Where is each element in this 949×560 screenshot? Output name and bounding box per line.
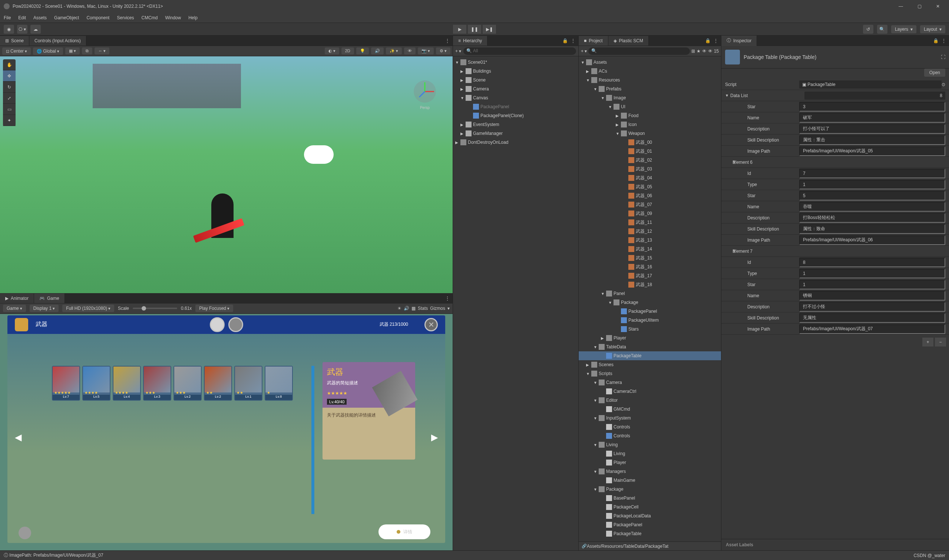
project-item[interactable]: ▼Package	[579, 298, 721, 307]
game-view[interactable]: 武器 武器 213/1000 ✕ ★★★★★Lv.7★★★★Lv.5★★★★Lv…	[0, 314, 453, 551]
expand-arrow-icon[interactable]: ▼	[586, 78, 591, 82]
list-size-field[interactable]: 8	[804, 92, 945, 100]
property-field[interactable]	[799, 269, 945, 278]
create-dropdown[interactable]: + ▾	[455, 49, 461, 54]
hierarchy-lock-icon[interactable]: 🔒	[562, 38, 568, 43]
project-item[interactable]: CameraCtrl	[579, 387, 721, 396]
lighting-icon[interactable]: 💡	[356, 48, 369, 54]
hierarchy-item[interactable]: ▶Camera	[453, 85, 578, 93]
project-item[interactable]: Controls	[579, 431, 721, 440]
project-item[interactable]: ▼Prefabs	[579, 85, 721, 93]
project-item[interactable]: BasePanel	[579, 494, 721, 503]
project-item[interactable]: 武器_14	[579, 245, 721, 254]
project-item[interactable]: ▼TableData	[579, 342, 721, 351]
tab-options-icon[interactable]: ⋮	[442, 38, 453, 43]
foldout-arrow-icon[interactable]: ▼	[725, 93, 730, 97]
expand-arrow-icon[interactable]: ▼	[601, 292, 606, 296]
hand-tool[interactable]: ✋	[3, 59, 15, 71]
project-create-dropdown[interactable]: + ▾	[581, 49, 587, 54]
property-field[interactable]	[799, 291, 945, 301]
hierarchy-item[interactable]: ▶GameManager	[453, 129, 578, 138]
project-item[interactable]: PackageUIItem	[579, 316, 721, 325]
account-icon[interactable]: ◉	[4, 25, 14, 34]
maximize-button[interactable]: ▢	[916, 3, 923, 10]
persp-label[interactable]: Persp	[412, 106, 438, 110]
scene-tab[interactable]: ⊞ Scene	[0, 36, 29, 46]
expand-arrow-icon[interactable]: ▶	[460, 87, 466, 91]
open-asset-button[interactable]: Open	[924, 69, 945, 77]
bag-icon[interactable]	[15, 318, 28, 331]
project-item[interactable]: ▼Managers	[579, 467, 721, 476]
project-tab[interactable]: ■ Project	[579, 36, 608, 46]
rotate-tool[interactable]: ↻	[3, 82, 15, 93]
project-search[interactable]: 🔍	[588, 48, 690, 55]
expand-arrow-icon[interactable]: ▶	[460, 69, 466, 73]
menu-component[interactable]: Component	[86, 15, 109, 20]
object-picker-icon[interactable]: ⊙	[941, 82, 945, 87]
project-item[interactable]: ▼Panel	[579, 289, 721, 298]
menu-gameobject[interactable]: GameObject	[54, 15, 79, 20]
project-lock-icon[interactable]: 🔒	[705, 38, 711, 43]
project-item[interactable]: 武器_03	[579, 165, 721, 174]
project-item[interactable]: ▼Scripts	[579, 369, 721, 378]
orientation-gizmo[interactable]: Persp	[412, 78, 438, 105]
project-item[interactable]: Stars	[579, 325, 721, 334]
inspector-expand-icon[interactable]: ⛶	[941, 54, 945, 60]
grid-icon[interactable]: ▦ ▾	[65, 48, 80, 54]
property-field[interactable]	[799, 146, 945, 156]
project-item[interactable]: 武器_18	[579, 280, 721, 289]
expand-arrow-icon[interactable]: ▼	[460, 96, 466, 100]
expand-arrow-icon[interactable]: ▼	[594, 488, 599, 491]
project-item[interactable]: ▼Living	[579, 440, 721, 449]
expand-arrow-icon[interactable]: ▼	[594, 469, 599, 474]
menu-help[interactable]: Help	[188, 15, 198, 20]
cloud-icon[interactable]: ☁	[31, 25, 41, 34]
property-field[interactable]	[799, 224, 945, 234]
project-item[interactable]: ▼Resources	[579, 75, 721, 85]
project-item[interactable]: ▼InputSystem	[579, 414, 721, 423]
weapon-slot[interactable]: ★★★Lv.2	[174, 366, 201, 401]
expand-arrow-icon[interactable]: ▶	[460, 132, 466, 135]
foldout-arrow-icon[interactable]: ▼	[725, 160, 732, 164]
undo-history-icon[interactable]: ↺	[863, 25, 874, 34]
expand-arrow-icon[interactable]: ▼	[594, 381, 599, 385]
property-field[interactable]	[799, 258, 945, 267]
hidden-icon[interactable]: 👁	[404, 48, 415, 54]
expand-arrow-icon[interactable]: ▶	[460, 123, 466, 127]
plastic-scm-tab[interactable]: ◈ Plastic SCM	[608, 36, 649, 46]
weapon-slot[interactable]: ★★Lv.2	[204, 366, 232, 401]
controls-tab[interactable]: Controls (Input Actions)	[29, 36, 86, 46]
scale-slider[interactable]	[133, 308, 177, 309]
inspector-options-icon[interactable]: ⋮	[941, 38, 946, 43]
food-category-icon[interactable]	[228, 317, 243, 332]
foldout-arrow-icon[interactable]: ▼	[725, 249, 732, 253]
project-item[interactable]: ▼Camera	[579, 378, 721, 387]
project-item[interactable]: ▶ACs	[579, 67, 721, 75]
layout-dropdown[interactable]: Layout ▾	[920, 25, 945, 33]
mute-icon[interactable]: ☀	[397, 306, 401, 311]
property-field[interactable]	[799, 124, 945, 134]
project-item[interactable]: Controls	[579, 423, 721, 431]
property-field[interactable]	[799, 102, 945, 112]
expand-arrow-icon[interactable]: ▶	[455, 140, 460, 145]
hierarchy-item[interactable]: ▶EventSystem	[453, 120, 578, 129]
property-field[interactable]	[799, 169, 945, 178]
expand-arrow-icon[interactable]: ▶	[616, 123, 621, 127]
property-field[interactable]	[799, 213, 945, 223]
transform-tool[interactable]: ✦	[3, 115, 15, 126]
expand-arrow-icon[interactable]: ▶	[586, 363, 591, 367]
menu-file[interactable]: File	[4, 15, 11, 20]
audio-icon[interactable]: 🔊	[371, 48, 384, 54]
weapon-slot[interactable]: ★★★★Lv.4	[113, 366, 141, 401]
project-item[interactable]: 武器_02	[579, 155, 721, 165]
project-item[interactable]: ▶Food	[579, 111, 721, 120]
game-tab[interactable]: 🎮 Game	[34, 294, 65, 303]
script-field[interactable]: ▣ PackageTable	[799, 80, 941, 89]
remove-element-button[interactable]: −	[935, 338, 946, 346]
project-item[interactable]: 武器_01	[579, 147, 721, 155]
expand-arrow-icon[interactable]: ▼	[608, 105, 614, 109]
inspector-tab[interactable]: ⓘ Inspector	[721, 35, 757, 46]
gizmos-dropdown[interactable]: ⚙ ▾	[436, 48, 451, 54]
gizmos-toggle[interactable]: Gizmos	[430, 306, 445, 311]
project-item[interactable]: ▼Assets	[579, 58, 721, 67]
